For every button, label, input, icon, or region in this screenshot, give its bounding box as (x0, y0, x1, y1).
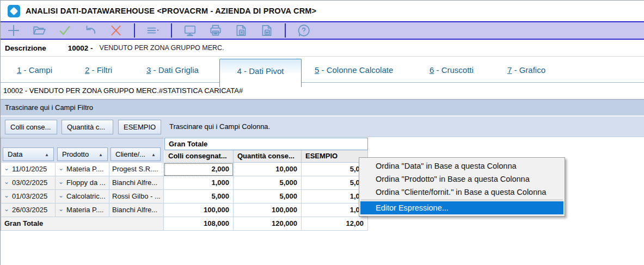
row-cell-cliente[interactable]: Progest S.R.... (109, 163, 164, 176)
export-excel-icon[interactable] (234, 23, 249, 38)
value-cell[interactable]: 10,000 (234, 163, 302, 176)
description-value: VENDUTO PER ZONA GRUPPO MERC. (100, 44, 224, 52)
value-cell[interactable]: 1,00 (302, 204, 368, 217)
chevron-down-icon[interactable]: ⌄ (4, 192, 9, 199)
description-label: Descrizione (5, 44, 46, 52)
field-button-quantita[interactable]: Quantità c... (62, 120, 113, 134)
row-cell-cliente[interactable]: Bianchi Alfre... (109, 176, 164, 190)
grand-total-value[interactable]: 12,00 (302, 217, 368, 231)
row-cell-prodotto[interactable]: ⌄Floppy da ... (56, 176, 109, 190)
toolbar-separator (134, 23, 135, 38)
filter-drop-label: Trascinare qui i Campi Filtro (5, 103, 93, 112)
menu-item-ordina-data[interactable]: Ordina "Data" in Base a questa Colonna (360, 159, 563, 172)
add-icon[interactable] (6, 23, 21, 38)
row-cell-prodotto[interactable]: ⌄Calcolatric... (56, 190, 109, 204)
menu-item-editor-espressione[interactable]: Editor Espressione... (360, 201, 563, 214)
title-bar: ANALISI DATI-DATAWAREHOUSE <PROVACRM - A… (1, 1, 644, 21)
field-button-colli[interactable]: Colli conse... (5, 120, 57, 134)
column-header-quantita[interactable]: Quantità conse... (234, 150, 302, 163)
context-menu: Ordina "Data" in Base a questa Colonna O… (359, 157, 565, 217)
grand-total-value[interactable]: 120,000 (234, 217, 302, 231)
field-button-esempio[interactable]: ESEMPIO (118, 120, 161, 134)
delete-x-icon[interactable] (108, 23, 124, 38)
sort-asc-icon: ▲ (99, 149, 103, 161)
tab-campi[interactable]: 1 - Campi (17, 62, 52, 78)
row-cell-prodotto[interactable]: ⌄Materia P.... (56, 204, 109, 217)
tab-dati-pivot[interactable]: 4 - Dati Pivot (219, 59, 302, 87)
menu-item-ordina-cliente[interactable]: Ordina "Cliente/fornit." in Base a quest… (360, 186, 563, 199)
toolbar-separator (171, 23, 172, 38)
value-cell[interactable]: 5,00 (302, 176, 368, 190)
chevron-down-icon[interactable]: ⌄ (58, 192, 64, 199)
open-folder-icon[interactable] (32, 23, 47, 38)
row-field-button-cliente[interactable]: Cliente/...▲ (111, 147, 161, 161)
value-cell[interactable]: 100,000 (234, 204, 302, 217)
sort-asc-icon: ▲ (151, 149, 156, 161)
statistic-status-line: 10002 - VENDUTO PER ZONA GRUPPO MERC.#ST… (3, 87, 243, 95)
tab-filtri[interactable]: 2 - Filtri (85, 62, 112, 78)
filter-drop-area[interactable]: Trascinare qui i Campi Filtro (1, 99, 644, 116)
row-cell-cliente[interactable]: Rossi Gilbo - ... (109, 190, 164, 204)
value-cell[interactable]: 2,000 (164, 163, 234, 176)
export-word-icon[interactable] (259, 23, 274, 38)
value-cell[interactable]: 1,000 (164, 176, 234, 190)
tab-bar: 1 - Campi 2 - Filtri 3 - Dati Griglia 4 … (1, 57, 644, 83)
row-cell-data[interactable]: ⌄01/03/2025 (1, 190, 56, 204)
column-drop-area[interactable]: Colli conse... Quantità c... ESEMPIO Tra… (1, 116, 644, 137)
tab-grafico[interactable]: 7 - Grafico (507, 62, 545, 78)
help-icon[interactable] (296, 23, 311, 38)
row-cell-data[interactable]: ⌄03/02/2025 (1, 176, 56, 190)
chevron-down-icon[interactable]: ⌄ (4, 178, 9, 186)
chevron-down-icon[interactable]: ⌄ (58, 164, 64, 172)
value-cell[interactable]: 1,00 (302, 190, 368, 204)
value-cell[interactable]: 5,000 (234, 190, 302, 204)
chevron-down-icon[interactable]: ⌄ (4, 205, 9, 213)
description-code: 10002 - (68, 44, 93, 52)
chevron-down-icon[interactable]: ⌄ (58, 178, 64, 186)
tab-colonne-calcolate[interactable]: 5 - Colonne Calcolate (315, 62, 393, 78)
value-cell[interactable]: 5,000 (234, 176, 302, 190)
tab-dati-griglia[interactable]: 3 - Dati Griglia (146, 62, 199, 78)
row-field-button-data[interactable]: Data▲ (3, 147, 54, 161)
print-preview-icon[interactable] (182, 23, 198, 38)
value-cell[interactable]: 5,000 (164, 190, 234, 204)
app-window: ANALISI DATI-DATAWAREHOUSE <PROVACRM - A… (0, 0, 644, 265)
window-title: ANALISI DATI-DATAWAREHOUSE <PROVACRM - A… (26, 7, 316, 15)
sort-asc-icon: ▲ (45, 149, 49, 161)
undo-icon[interactable] (83, 23, 98, 38)
chevron-down-icon[interactable]: ⌄ (4, 164, 9, 172)
app-logo-icon (8, 5, 20, 17)
row-cell-cliente[interactable]: Bianchi Alfre... (109, 204, 164, 217)
row-field-button-prodotto[interactable]: Prodotto▲ (57, 147, 108, 161)
column-header-colli[interactable]: Colli consegnat... (164, 150, 234, 163)
tab-cruscotti[interactable]: 6 - Cruscotti (430, 62, 474, 78)
row-cell-prodotto[interactable]: ⌄Materia P.... (56, 163, 109, 176)
column-header-esempio[interactable]: ESEMPIO (302, 150, 368, 163)
value-cell[interactable]: 100,000 (164, 204, 234, 217)
column-drop-label: Trascinare qui i Campi Colonna. (169, 116, 270, 137)
print-icon[interactable] (208, 23, 223, 38)
value-cell[interactable]: 5,00 (302, 163, 368, 176)
row-cell-data[interactable]: ⌄11/01/2025 (1, 163, 56, 176)
main-toolbar (1, 21, 644, 40)
menu-item-ordina-prodotto[interactable]: Ordina "Prodotto" in Base a questa Colon… (360, 172, 563, 186)
grand-total-value[interactable]: 108,000 (164, 217, 234, 231)
menu-separator (361, 200, 563, 200)
pivot-table: Data▲ Prodotto▲ Cliente/...▲ Gran Totale… (1, 138, 369, 231)
confirm-check-icon[interactable] (57, 23, 72, 38)
grand-total-row-label: Gran Totale (1, 217, 164, 231)
row-cell-data[interactable]: ⌄26/03/2025 (1, 204, 56, 217)
grand-total-column-header[interactable]: Gran Totale (164, 138, 368, 150)
chevron-down-icon[interactable]: ⌄ (58, 205, 64, 213)
menu-options-icon[interactable] (145, 23, 161, 38)
description-bar: Descrizione 10002 - VENDUTO PER ZONA GRU… (1, 40, 644, 57)
toolbar-separator (285, 23, 286, 38)
